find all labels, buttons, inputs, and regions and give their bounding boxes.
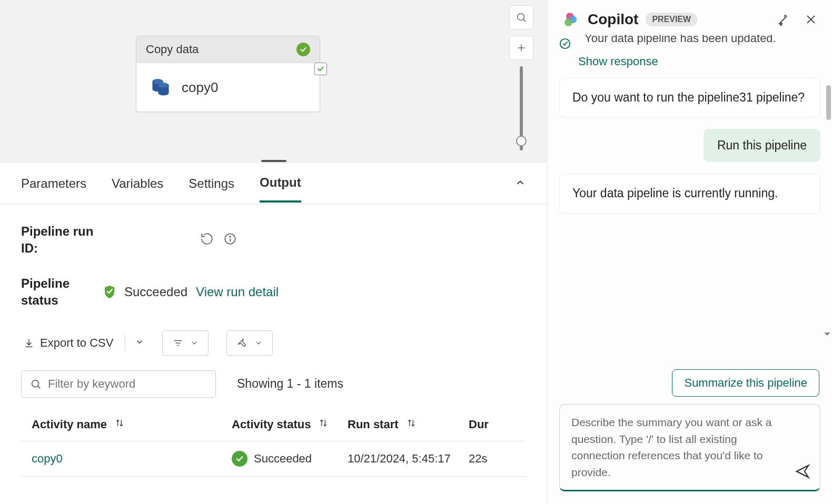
tab-parameters[interactable]: Parameters	[21, 166, 86, 201]
truncated-message-text: Your data pipeline has been updated.	[585, 35, 776, 45]
svg-line-5	[523, 19, 526, 22]
export-csv-label: Export to CSV	[40, 336, 113, 350]
copilot-input-placeholder: Describe the summary you want or ask a q…	[571, 414, 788, 480]
svg-point-3	[158, 83, 169, 88]
copilot-title: Copilot	[588, 11, 638, 28]
search-canvas-button[interactable]	[509, 5, 533, 29]
filter-keyword-box[interactable]	[21, 370, 216, 398]
copilot-header: Copilot PREVIEW	[548, 0, 832, 35]
shield-check-icon	[103, 285, 116, 299]
col-activity-name[interactable]: Activity name	[32, 418, 107, 431]
svg-line-17	[38, 386, 41, 388]
copilot-pane: Copilot PREVIEW Your data pipeline has b…	[548, 0, 832, 504]
cell-run-start: 10/21/2024, 5:45:17	[348, 452, 469, 466]
scrollbar-thumb[interactable]	[826, 85, 831, 120]
view-run-detail-link[interactable]: View run detail	[196, 285, 279, 299]
cell-activity-name[interactable]: copy0	[32, 452, 232, 466]
activity-name-label: copy0	[182, 79, 218, 96]
export-csv-button[interactable]: Export to CSV	[21, 333, 115, 353]
sort-icon[interactable]	[114, 418, 125, 431]
tab-variables[interactable]: Variables	[112, 166, 163, 201]
suggestion-chip[interactable]: Summarize this pipeline	[672, 369, 819, 397]
success-icon	[296, 43, 310, 56]
table-row[interactable]: copy0 Succeeded 10/21/2024, 5:45:17 22s	[21, 441, 526, 477]
col-activity-status[interactable]: Activity status	[232, 418, 311, 431]
zoom-slider-thumb[interactable]	[516, 136, 527, 146]
info-icon[interactable]	[223, 232, 237, 248]
filter-columns-button[interactable]	[162, 330, 209, 356]
collapse-panel-button[interactable]	[514, 177, 526, 190]
truncated-message-row: Your data pipeline has been updated.	[559, 35, 820, 51]
assistant-message: Do you want to run the pipeline31 pipeli…	[559, 78, 820, 117]
copilot-messages: Your data pipeline has been updated. Sho…	[548, 35, 832, 369]
filter-row: Showing 1 - 1 items	[21, 370, 526, 398]
check-circle-icon	[559, 38, 571, 49]
status-row: Pipeline status Succeeded View run detai…	[21, 275, 526, 309]
activity-runs-table: Activity name Activity status Run start …	[21, 408, 526, 477]
show-response-link[interactable]: Show response	[578, 55, 820, 68]
refresh-icon[interactable]	[200, 232, 214, 248]
svg-point-20	[560, 39, 570, 48]
col-run-start[interactable]: Run start	[348, 418, 399, 431]
close-icon[interactable]	[805, 13, 817, 26]
output-toolbar: Export to CSV	[21, 330, 526, 356]
cell-activity-status: Succeeded	[232, 451, 348, 467]
copilot-input[interactable]: Describe the summary you want or ask a q…	[559, 404, 820, 491]
database-icon	[149, 75, 172, 100]
status-value: Succeeded	[124, 285, 187, 299]
svg-point-4	[518, 14, 524, 21]
canvas-controls	[509, 5, 533, 150]
settings-tool-button[interactable]	[226, 330, 273, 356]
main-pane: Copy data copy0	[0, 0, 548, 504]
svg-point-16	[32, 380, 39, 387]
tab-output[interactable]: Output	[260, 165, 301, 203]
cell-status-text: Succeeded	[254, 452, 312, 466]
panel-resize-handle[interactable]	[261, 160, 286, 162]
copilot-logo-icon	[562, 11, 580, 28]
pipeline-canvas[interactable]: Copy data copy0	[0, 0, 547, 163]
clear-chat-icon[interactable]	[777, 13, 790, 26]
run-id-label: Pipeline run ID:	[21, 223, 95, 257]
activity-type-label: Copy data	[146, 43, 199, 56]
table-header: Activity name Activity status Run start …	[21, 408, 526, 441]
activity-card-copy-data[interactable]: Copy data copy0	[136, 36, 320, 112]
details-tabs: Parameters Variables Settings Output	[0, 163, 547, 204]
send-icon[interactable]	[795, 463, 810, 481]
zoom-slider[interactable]	[520, 66, 523, 150]
checkmark-badge-icon	[314, 63, 327, 75]
output-panel: Pipeline run ID: Pipeline status Succeed…	[0, 204, 547, 504]
success-icon	[232, 451, 247, 467]
assistant-message: Your data pipeline is currently running.	[559, 174, 820, 213]
search-icon	[30, 378, 42, 390]
scroll-down-icon[interactable]	[823, 329, 832, 341]
tab-settings[interactable]: Settings	[189, 166, 234, 201]
zoom-in-button[interactable]	[509, 36, 533, 60]
activity-header: Copy data	[136, 36, 320, 63]
cell-duration: 22s	[469, 452, 506, 466]
sort-icon[interactable]	[406, 418, 417, 431]
run-id-row: Pipeline run ID:	[21, 223, 526, 257]
status-label: Pipeline status	[21, 275, 95, 309]
col-duration[interactable]: Dur	[469, 418, 489, 431]
preview-badge: PREVIEW	[646, 13, 697, 26]
activity-body: copy0	[136, 63, 320, 112]
sort-icon[interactable]	[318, 418, 329, 431]
user-message: Run this pipeline	[704, 129, 820, 162]
filter-keyword-input[interactable]	[48, 377, 207, 391]
divider	[125, 336, 125, 350]
svg-point-10	[230, 236, 231, 237]
export-options-button[interactable]	[135, 337, 144, 349]
showing-count: Showing 1 - 1 items	[237, 377, 343, 391]
